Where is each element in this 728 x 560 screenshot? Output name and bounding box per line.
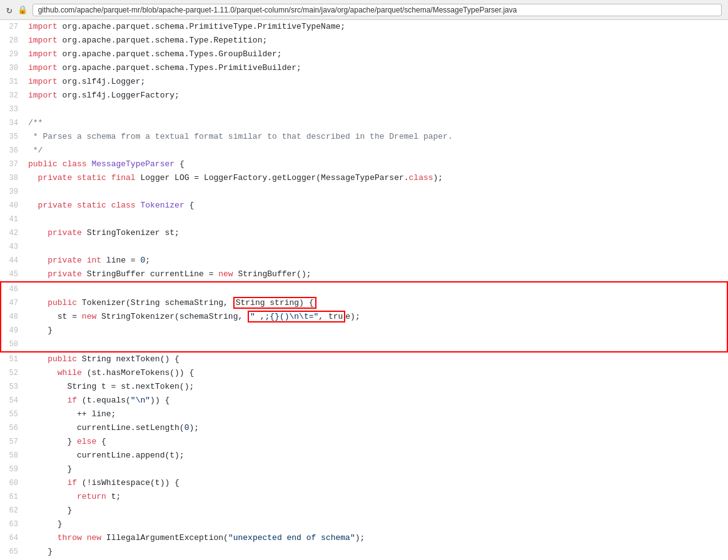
line-number: 65 xyxy=(1,545,26,559)
table-row: 61 return t; xyxy=(1,490,727,504)
highlight-row-47: 47 public Tokenizer(String schemaString,… xyxy=(1,296,727,310)
line-code: } else { xyxy=(26,435,727,449)
line-code: private int line = 0; xyxy=(26,254,727,268)
line-number: 58 xyxy=(1,449,26,462)
line-code: import org.slf4j.LoggerFactory; xyxy=(26,89,727,102)
line-code: public Tokenizer(String schemaString, St… xyxy=(26,296,727,310)
table-row: 60 if (!isWhitespace(t)) { xyxy=(1,476,727,490)
table-row: 59 } xyxy=(1,462,727,476)
table-row: 40 private static class Tokenizer { xyxy=(1,199,727,212)
table-row: 52 while (st.hasMoreTokens()) { xyxy=(1,366,727,380)
line-code: currentLine.append(t); xyxy=(26,449,727,462)
line-number: 29 xyxy=(1,48,26,61)
line-number: 59 xyxy=(1,462,26,476)
reload-icon[interactable]: ↻ xyxy=(6,4,13,16)
table-row: 65 } xyxy=(1,545,727,559)
line-code: st = new StringTokenizer(schemaString, "… xyxy=(26,310,727,324)
code-table: 27 import org.apache.parquet.schema.Prim… xyxy=(0,20,728,559)
line-code: private static final Logger LOG = Logger… xyxy=(26,171,727,185)
line-code: import org.apache.parquet.schema.Types.P… xyxy=(26,61,727,75)
table-row: 54 if (t.equals("\n")) { xyxy=(1,394,727,408)
highlight-row-48: 48 st = new StringTokenizer(schemaString… xyxy=(1,310,727,324)
line-code xyxy=(26,338,727,352)
table-row: 34 /** xyxy=(1,116,727,130)
highlight-row-50: 50 xyxy=(1,338,727,352)
line-number: 33 xyxy=(1,102,26,116)
table-row: 63 } xyxy=(1,518,727,531)
line-code: public class MessageTypeParser { xyxy=(26,158,727,171)
highlight-row-49: 49 } xyxy=(1,324,727,338)
line-number: 43 xyxy=(1,240,26,254)
line-number: 41 xyxy=(1,212,26,226)
line-number: 45 xyxy=(1,268,26,282)
table-row: 29 import org.apache.parquet.schema.Type… xyxy=(1,48,727,61)
line-number: 36 xyxy=(1,144,26,158)
line-number: 56 xyxy=(1,421,26,435)
table-row: 57 } else { xyxy=(1,435,727,449)
table-row: 32 import org.slf4j.LoggerFactory; xyxy=(1,89,727,102)
table-row: 31 import org.slf4j.Logger; xyxy=(1,75,727,89)
line-number: 30 xyxy=(1,61,26,75)
line-code: throw new IllegalArgumentException("unex… xyxy=(26,531,727,545)
table-row: 39 xyxy=(1,185,727,199)
line-code: */ xyxy=(26,144,727,158)
line-code: import org.apache.parquet.schema.Type.Re… xyxy=(26,34,727,48)
line-number: 34 xyxy=(1,116,26,130)
table-row: 28 import org.apache.parquet.schema.Type… xyxy=(1,34,727,48)
line-number: 63 xyxy=(1,518,26,531)
line-code: import org.apache.parquet.schema.Types.G… xyxy=(26,48,727,61)
line-number: 44 xyxy=(1,254,26,268)
line-code: ++ line; xyxy=(26,408,727,421)
table-row: 64 throw new IllegalArgumentException("u… xyxy=(1,531,727,545)
line-code: return t; xyxy=(26,490,727,504)
line-number: 60 xyxy=(1,476,26,490)
line-number: 52 xyxy=(1,366,26,380)
line-code: } xyxy=(26,504,727,518)
line-code: while (st.hasMoreTokens()) { xyxy=(26,366,727,380)
line-code xyxy=(26,282,727,296)
line-number: 62 xyxy=(1,504,26,518)
table-row: 53 String t = st.nextToken(); xyxy=(1,380,727,394)
table-row: 62 } xyxy=(1,504,727,518)
line-code: /** xyxy=(26,116,727,130)
table-row: 51 public String nextToken() { xyxy=(1,352,727,366)
line-number: 27 xyxy=(1,20,26,34)
table-row: 37 public class MessageTypeParser { xyxy=(1,158,727,171)
line-number: 39 xyxy=(1,185,26,199)
line-number: 49 xyxy=(1,324,26,338)
line-code: import org.slf4j.Logger; xyxy=(26,75,727,89)
table-row: 56 currentLine.setLength(0); xyxy=(1,421,727,435)
line-code: private StringTokenizer st; xyxy=(26,226,727,240)
table-row: 30 import org.apache.parquet.schema.Type… xyxy=(1,61,727,75)
browser-bar: ↻ 🔒 xyxy=(0,0,728,20)
table-row: 27 import org.apache.parquet.schema.Prim… xyxy=(1,20,727,34)
table-row: 58 currentLine.append(t); xyxy=(1,449,727,462)
table-row: 42 private StringTokenizer st; xyxy=(1,226,727,240)
line-number: 51 xyxy=(1,352,26,366)
line-number: 38 xyxy=(1,171,26,185)
table-row: 44 private int line = 0; xyxy=(1,254,727,268)
line-code: currentLine.setLength(0); xyxy=(26,421,727,435)
line-number: 31 xyxy=(1,75,26,89)
url-bar[interactable] xyxy=(33,4,722,16)
line-number: 64 xyxy=(1,531,26,545)
line-number: 28 xyxy=(1,34,26,48)
line-code: } xyxy=(26,462,727,476)
line-number: 40 xyxy=(1,199,26,212)
line-number: 35 xyxy=(1,130,26,144)
line-number: 61 xyxy=(1,490,26,504)
table-row: 35 * Parses a schema from a textual form… xyxy=(1,130,727,144)
table-row: 41 xyxy=(1,212,727,226)
table-row: 36 */ xyxy=(1,144,727,158)
line-number: 53 xyxy=(1,380,26,394)
line-code: private StringBuffer currentLine = new S… xyxy=(26,268,727,282)
line-code: } xyxy=(26,518,727,531)
highlight-row-46: 46 xyxy=(1,282,727,296)
line-code: private static class Tokenizer { xyxy=(26,199,727,212)
line-code xyxy=(26,212,727,226)
table-row: 33 xyxy=(1,102,727,116)
table-row: 45 private StringBuffer currentLine = ne… xyxy=(1,268,727,282)
line-number: 32 xyxy=(1,89,26,102)
line-code xyxy=(26,185,727,199)
line-code xyxy=(26,102,727,116)
